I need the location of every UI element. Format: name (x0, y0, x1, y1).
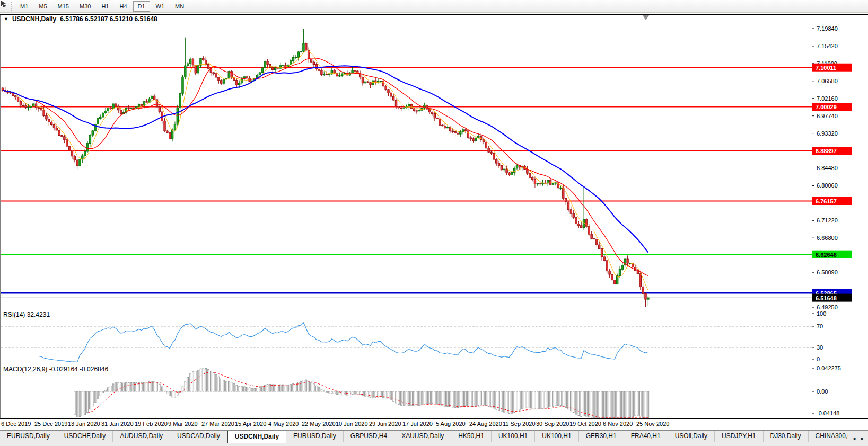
date-label: 17 Jul 2020 (402, 421, 433, 427)
svg-text:6.88897: 6.88897 (816, 148, 837, 154)
chart-tab-audusd-2[interactable]: AUDUSD,Daily (113, 431, 170, 442)
rsi-line (39, 323, 648, 362)
svg-text:6.58090: 6.58090 (817, 269, 838, 275)
macd-histogram (74, 368, 649, 418)
chart-tab-usoil-13[interactable]: USOil,Daily (668, 431, 715, 442)
chart-tabs: EURUSD,DailyUSDCHF,DailyAUDUSD,DailyUSDC… (0, 431, 848, 446)
collapse-arrow-icon[interactable]: ▼ (4, 16, 8, 22)
date-label: 6 Nov 2020 (603, 421, 633, 427)
toolbar: ▾ M1M5M15M30H1H4D1W1MN (0, 0, 868, 13)
svg-text:6.93320: 6.93320 (817, 130, 838, 137)
svg-text:6.97740: 6.97740 (817, 113, 838, 119)
date-label: 24 Aug 2020 (469, 421, 502, 427)
svg-text:6.62646: 6.62646 (816, 252, 837, 258)
svg-text:7.10011: 7.10011 (816, 65, 836, 71)
timeframe-button-m30[interactable]: M30 (75, 1, 95, 12)
horizontal-level-lines[interactable] (1, 67, 812, 298)
candlestick-series[interactable] (2, 29, 649, 307)
tab-scroll-left-icon[interactable]: ◄ (852, 436, 856, 441)
timeframe-button-w1[interactable]: W1 (151, 1, 170, 12)
cursor-icon (0, 0, 8, 8)
svg-text:7.02160: 7.02160 (817, 95, 838, 102)
chart-tab-usdcad-3[interactable]: USDCAD,Daily (170, 431, 227, 442)
price-chart-canvas[interactable]: 7.198407.154207.110007.065807.021606.977… (0, 0, 868, 446)
svg-text:6.49250: 6.49250 (817, 304, 838, 310)
chart-tab-usdchf-1[interactable]: USDCHF,Daily (57, 431, 113, 442)
date-label: 19 Feb 2020 (135, 421, 168, 427)
svg-text:70: 70 (817, 323, 823, 329)
chart-tab-dj30-15[interactable]: DJ30,Daily (764, 431, 809, 442)
chart-tab-fra40-12[interactable]: FRA40,H1 (624, 431, 668, 442)
chart-tab-hk50-8[interactable]: HK50,H1 (451, 431, 492, 442)
timeframe-button-mn[interactable]: MN (170, 1, 189, 12)
chart-tab-uk100-9[interactable]: UK100,H1 (492, 431, 535, 442)
chart-tab-usdcnh-4[interactable]: USDCNH,Daily (227, 431, 286, 443)
svg-text:7.06580: 7.06580 (817, 78, 838, 84)
toolbar-grip[interactable] (11, 2, 12, 11)
tab-scroll-right-icon[interactable]: ► (860, 436, 865, 441)
date-label: 13 Jan 2020 (68, 421, 100, 427)
date-label: 29 Jun 2020 (369, 421, 401, 427)
chart-tab-usdjpy-14[interactable]: USDJPY,H1 (715, 431, 763, 442)
svg-text:7.00029: 7.00029 (816, 104, 837, 110)
timeframe-button-h4[interactable]: H4 (115, 1, 131, 12)
chart-tab-eurusd-0[interactable]: EURUSD,Daily (0, 431, 57, 442)
date-label: 6 Dec 2019 (1, 421, 31, 427)
svg-text:7.15420: 7.15420 (817, 43, 838, 49)
chart-tab-uk100-10[interactable]: UK100,H1 (535, 431, 578, 442)
date-label: 27 Mar 2020 (201, 421, 234, 427)
chart-shift-marker-icon[interactable] (643, 15, 649, 20)
date-label: 31 Jan 2020 (101, 421, 134, 427)
date-label: 4 May 2020 (268, 421, 299, 427)
date-label: 15 Apr 2020 (235, 421, 266, 427)
date-label: 19 Oct 2020 (569, 421, 601, 427)
rsi-indicator-label: RSI(14) 32.4231 (3, 311, 50, 318)
svg-text:6.66800: 6.66800 (817, 235, 838, 241)
date-label: 10 Jun 2020 (336, 421, 368, 427)
svg-text:-0.04148: -0.04148 (817, 410, 839, 416)
ohlc-values: 6.51786 6.52187 6.51210 6.51648 (60, 15, 157, 23)
timeframe-buttons: M1M5M15M30H1H4D1W1MN (15, 1, 189, 12)
svg-text:7.19840: 7.19840 (817, 25, 838, 32)
chart-tab-eurusd-5[interactable]: EURUSD,Daily (286, 431, 344, 442)
svg-text:6.80060: 6.80060 (817, 182, 838, 189)
chart-tab-ger30-11[interactable]: GER30,H1 (579, 431, 624, 442)
time-axis: 6 Dec 201925 Dec 201913 Jan 202031 Jan 2… (0, 419, 868, 430)
timeframe-button-m5[interactable]: M5 (34, 1, 51, 12)
date-label: 9 Mar 2020 (168, 421, 198, 427)
timeframe-button-m1[interactable]: M1 (15, 1, 33, 12)
svg-text:0: 0 (817, 356, 820, 362)
chart-tab-china300-16[interactable]: CHINA300,H1 (809, 431, 849, 442)
symbol-label: USDCNH,Daily (12, 15, 56, 23)
svg-text:0.00: 0.00 (817, 388, 828, 395)
svg-text:0.042275: 0.042275 (817, 365, 841, 371)
svg-text:6.84480: 6.84480 (817, 165, 838, 171)
chart-title: ▼ USDCNH,Daily 6.51786 6.52187 6.51210 6… (4, 15, 157, 23)
chart-tab-gbpusd-6[interactable]: GBPUSD,H4 (344, 431, 394, 442)
timeframe-button-d1[interactable]: D1 (133, 1, 150, 12)
chart-tab-bar: EURUSD,DailyUSDCHF,DailyAUDUSD,DailyUSDC… (0, 430, 868, 446)
svg-text:100: 100 (817, 310, 826, 317)
date-label: 25 Nov 2020 (636, 421, 669, 427)
svg-text:6.51648: 6.51648 (816, 295, 837, 301)
timeframe-button-h1[interactable]: H1 (97, 1, 113, 12)
macd-indicator-label: MACD(12,26,9) -0.029164 -0.026846 (3, 365, 108, 373)
chart-tab-xauusd-7[interactable]: XAUUSD,Daily (394, 431, 451, 442)
date-label: 30 Sep 2020 (536, 421, 569, 427)
cursor-tool-button[interactable]: ▾ (0, 0, 10, 12)
date-label: 11 Sep 2020 (503, 421, 536, 427)
timeframe-button-m15[interactable]: M15 (53, 1, 74, 12)
svg-text:6.76157: 6.76157 (816, 198, 837, 204)
svg-text:6.71220: 6.71220 (817, 217, 838, 224)
date-label: 22 May 2020 (302, 421, 336, 427)
date-label: 5 Aug 2020 (436, 421, 466, 427)
date-label: 25 Dec 2019 (34, 421, 67, 427)
svg-text:30: 30 (817, 344, 823, 351)
